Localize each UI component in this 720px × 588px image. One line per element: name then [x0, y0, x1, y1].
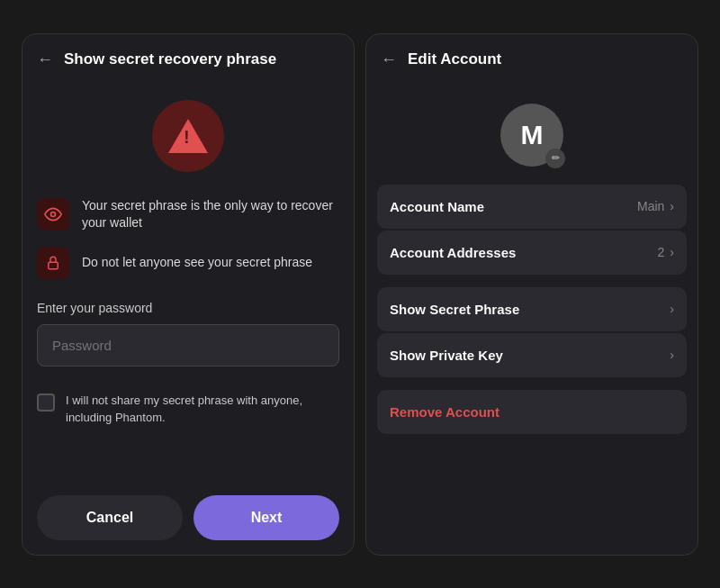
eye-icon: [44, 205, 62, 223]
left-panel: ← Show secret recovery phrase Your secre…: [22, 33, 355, 556]
menu-item-chevron-show-private-key: ›: [670, 348, 674, 362]
left-header: ← Show secret recovery phrase: [22, 34, 354, 82]
warning-icon-circle: [152, 100, 224, 172]
lock-warning-icon: [37, 247, 69, 279]
menu-item-label-show-private-key: Show Private Key: [390, 348, 503, 363]
triangle-warning-icon: [168, 119, 208, 153]
password-section: Enter your password: [22, 279, 354, 377]
button-row: Cancel Next: [22, 481, 354, 555]
menu-item-value-account-addresses: 2: [658, 245, 665, 259]
menu-spacer-3: [377, 379, 687, 388]
pencil-icon: ✏: [552, 152, 560, 164]
menu-item-right-show-private-key: ›: [670, 348, 674, 362]
menu-item-chevron-account-addresses: ›: [670, 245, 674, 259]
menu-item-chevron-show-secret-phrase: ›: [670, 302, 674, 316]
menu-item-label-account-name: Account Name: [390, 199, 484, 214]
left-panel-title: Show secret recovery phrase: [64, 50, 276, 68]
cancel-button[interactable]: Cancel: [37, 495, 183, 540]
menu-item-right-account-name: Main›: [637, 199, 674, 213]
warning-item-2: Do not let anyone see your secret phrase: [37, 247, 339, 279]
checkbox-section: I will not share my secret phrase with a…: [22, 377, 354, 438]
eye-warning-icon: [37, 198, 69, 231]
lock-icon: [45, 255, 61, 271]
menu-list: Account NameMain›Account Addresses2›Show…: [366, 185, 698, 434]
menu-item-show-private-key[interactable]: Show Private Key›: [377, 333, 687, 377]
warning-item-1: Your secret phrase is the only way to re…: [37, 197, 339, 232]
right-header: ← Edit Account: [366, 34, 698, 82]
edit-avatar-button[interactable]: ✏: [545, 149, 565, 168]
warning-text-2: Do not let anyone see your secret phrase: [82, 254, 312, 272]
warning-text-1: Your secret phrase is the only way to re…: [82, 197, 339, 232]
password-label: Enter your password: [37, 301, 339, 315]
menu-item-value-account-name: Main: [637, 199, 664, 213]
warning-items-list: Your secret phrase is the only way to re…: [22, 197, 354, 279]
avatar-wrapper: M ✏: [500, 104, 563, 167]
menu-item-account-addresses[interactable]: Account Addresses2›: [377, 231, 687, 275]
menu-item-right-show-secret-phrase: ›: [670, 302, 674, 316]
avatar-letter: M: [521, 120, 544, 150]
avatar-section: M ✏: [366, 82, 698, 185]
menu-item-chevron-account-name: ›: [670, 199, 674, 213]
next-button[interactable]: Next: [194, 495, 339, 540]
screen-container: ← Show secret recovery phrase Your secre…: [7, 19, 713, 570]
password-input[interactable]: [37, 324, 339, 366]
svg-rect-1: [49, 262, 58, 269]
agreement-checkbox[interactable]: [37, 394, 55, 412]
menu-spacer-1: [377, 276, 687, 285]
agreement-text: I will not share my secret phrase with a…: [66, 392, 339, 427]
right-back-button[interactable]: ←: [381, 50, 397, 69]
menu-item-account-name[interactable]: Account NameMain›: [377, 185, 687, 229]
right-panel-title: Edit Account: [408, 50, 501, 68]
menu-item-label-account-addresses: Account Addresses: [390, 245, 516, 260]
menu-item-label-remove-account: Remove Account: [390, 404, 500, 420]
menu-item-remove-account[interactable]: Remove Account: [377, 390, 687, 434]
right-panel: ← Edit Account M ✏ Account NameMain›Acco…: [365, 33, 698, 556]
menu-item-right-account-addresses: 2›: [658, 245, 674, 259]
svg-point-0: [51, 213, 56, 217]
left-back-button[interactable]: ←: [37, 50, 53, 69]
menu-item-label-show-secret-phrase: Show Secret Phrase: [390, 302, 519, 317]
menu-item-show-secret-phrase[interactable]: Show Secret Phrase›: [377, 287, 687, 331]
